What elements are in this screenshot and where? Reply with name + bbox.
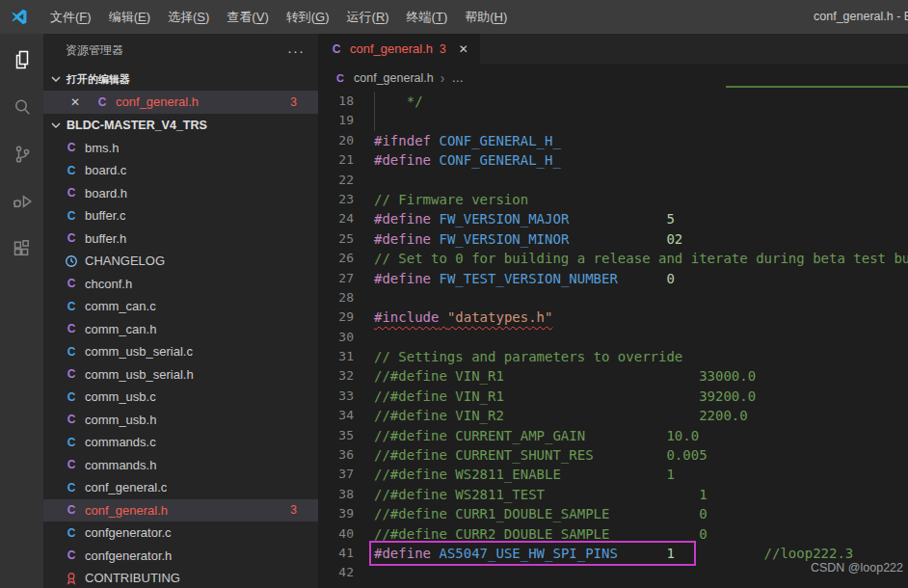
code-token: #define [374, 211, 431, 227]
tree-item-confgenerator.c[interactable]: Cconfgenerator.c [43, 521, 318, 545]
tree-item-comm_usb_serial.c[interactable]: Ccomm_usb_serial.c [43, 340, 318, 363]
menu-h[interactable]: 帮助(H) [456, 5, 516, 30]
open-editor-item-conf_general.h[interactable]: ✕Cconf_general.h3 [43, 91, 318, 114]
menu-s[interactable]: 选择(S) [159, 5, 218, 30]
close-icon[interactable]: ✕ [459, 42, 468, 56]
line-number: 31 [318, 347, 354, 366]
code-line-31[interactable]: 31// Settings and parameters to override [318, 347, 908, 366]
file-name: comm_can.h [85, 322, 156, 336]
code-line-23[interactable]: 23// Firmware version [318, 190, 908, 209]
code-token: //#define WS2811_ENABLE 1 [374, 467, 675, 482]
c-source-file-icon: C [65, 209, 78, 223]
line-number: 24 [318, 209, 354, 228]
file-name: confgenerator.h [85, 548, 172, 563]
menu-v[interactable]: 查看(V) [218, 5, 277, 30]
code-line-29[interactable]: 29#include "datatypes.h" [318, 307, 908, 327]
line-content: */ [374, 92, 423, 111]
tree-item-commands.c[interactable]: Ccommands.c [43, 431, 318, 454]
file-name: CHANGELOG [85, 254, 165, 268]
line-content: #define FW_VERSION_MINOR 02 [374, 229, 682, 249]
tree-item-CONTRIBUTING[interactable]: CONTRIBUTING [43, 567, 318, 588]
line-number: 41 [318, 544, 354, 563]
menu-r[interactable]: 运行(R) [338, 5, 398, 30]
file-name: board.c [85, 163, 126, 177]
tree-item-confgenerator.h[interactable]: Cconfgenerator.h [43, 545, 318, 568]
tree-item-comm_usb.h[interactable]: Ccomm_usb.h [43, 409, 318, 432]
tree-item-buffer.h[interactable]: Cbuffer.h [43, 227, 318, 251]
sidebar-title: 资源管理器 [66, 42, 123, 59]
code-line-36[interactable]: 36//#define CURRENT_SHUNT_RES 0.005 [318, 445, 908, 465]
code-line-39[interactable]: 39//#define CURR1_DOUBLE_SAMPLE 0 [318, 504, 908, 523]
line-number: 40 [318, 524, 354, 544]
code-line-24[interactable]: 24#define FW_VERSION_MAJOR 5 [318, 209, 908, 228]
code-line-38[interactable]: 38//#define WS2811_TEST 1 [318, 485, 908, 504]
tree-item-conf_general.h[interactable]: Cconf_general.h3 [43, 499, 318, 522]
line-number: 25 [318, 229, 354, 249]
code-line-18[interactable]: 18 */ [318, 92, 908, 111]
tree-item-buffer.c[interactable]: Cbuffer.c [43, 204, 318, 227]
activity-source-control-icon[interactable] [0, 130, 43, 177]
tree-item-chconf.h[interactable]: Cchconf.h [43, 273, 318, 296]
tree-item-CHANGELOG[interactable]: CHANGELOG [43, 250, 318, 273]
code-token: 5 [666, 211, 674, 227]
breadcrumb-ellipsis[interactable]: … [451, 71, 464, 85]
tree-item-board.h[interactable]: Cboard.h [43, 182, 318, 205]
tree-item-bms.h[interactable]: Cbms.h [43, 137, 318, 160]
activity-run-debug-icon[interactable] [0, 177, 43, 225]
code-line-19[interactable]: 19 [318, 111, 908, 130]
code-line-40[interactable]: 40//#define CURR2_DOUBLE_SAMPLE 0 [318, 524, 908, 544]
section-open-editors[interactable]: 打开的编辑器 [43, 67, 318, 91]
tree-item-comm_can.c[interactable]: Ccomm_can.c [43, 295, 318, 318]
activity-search-icon[interactable] [0, 83, 43, 130]
file-name: bms.h [85, 141, 119, 155]
section-folder-root[interactable]: BLDC-MASTER_V4_TRS [43, 114, 318, 137]
menu-t[interactable]: 终端(T) [398, 5, 457, 30]
file-name: commands.c [85, 435, 156, 449]
file-name: board.h [85, 186, 127, 200]
tree-item-conf_general.c[interactable]: Cconf_general.c [43, 476, 318, 499]
code-line-30[interactable]: 30 [318, 328, 908, 347]
c-source-file-icon: C [65, 300, 78, 313]
more-actions-icon[interactable]: ··· [287, 42, 305, 59]
code-line-28[interactable]: 28 [318, 288, 908, 307]
c-header-file-icon: C [65, 277, 78, 290]
tree-item-board.c[interactable]: Cboard.c [43, 159, 318, 182]
activity-explorer-icon[interactable] [0, 36, 43, 83]
code-line-21[interactable]: 21#define CONF_GENERAL_H_ [318, 150, 908, 170]
code-token: #define [374, 546, 431, 561]
code-line-33[interactable]: 33//#define VIN_R1 39200.0 [318, 387, 908, 406]
code-token: 02 [666, 231, 682, 247]
code-line-25[interactable]: 25#define FW_VERSION_MINOR 02 [318, 229, 908, 249]
activity-extensions-icon[interactable] [0, 225, 43, 272]
tree-item-comm_usb_serial.h[interactable]: Ccomm_usb_serial.h [43, 363, 318, 387]
line-number: 23 [318, 190, 354, 209]
line-content: //#define CURRENT_SHUNT_RES 0.005 [374, 445, 708, 465]
file-name: buffer.c [85, 208, 125, 223]
code-line-34[interactable]: 34//#define VIN_R2 2200.0 [318, 406, 908, 425]
c-header-file-icon: C [65, 322, 78, 335]
code-area[interactable]: 18 */1920#ifndef CONF_GENERAL_H_21#defin… [318, 92, 908, 583]
tree-item-comm_usb.c[interactable]: Ccomm_usb.c [43, 386, 318, 409]
tree-item-commands.h[interactable]: Ccommands.h [43, 454, 318, 477]
code-token: //#define CURR1_DOUBLE_SAMPLE 0 [374, 506, 708, 521]
file-name: comm_usb_serial.c [85, 344, 193, 359]
tab-conf-general-h[interactable]: C conf_general.h 3 ✕ [318, 34, 480, 64]
code-line-22[interactable]: 22 [318, 171, 908, 190]
c-header-file-icon: C [334, 72, 347, 84]
menu-f[interactable]: 文件(F) [41, 5, 100, 30]
menu-g[interactable]: 转到(G) [278, 5, 338, 30]
code-line-32[interactable]: 32//#define VIN_R1 33000.0 [318, 366, 908, 386]
code-line-35[interactable]: 35//#define CURRENT_AMP_GAIN 10.0 [318, 426, 908, 445]
close-icon[interactable]: ✕ [70, 95, 80, 109]
line-content: // Set to 0 for building a release and i… [374, 249, 908, 268]
code-line-37[interactable]: 37//#define WS2811_ENABLE 1 [318, 465, 908, 484]
code-line-27[interactable]: 27#define FW_TEST_VERSION_NUMBER 0 [318, 269, 908, 288]
menu-e[interactable]: 编辑(E) [100, 5, 159, 30]
line-number: 22 [318, 171, 354, 190]
code-line-20[interactable]: 20#ifndef CONF_GENERAL_H_ [318, 131, 908, 150]
c-source-file-icon: C [65, 481, 78, 494]
section-open-editors-label: 打开的编辑器 [67, 72, 130, 87]
code-line-26[interactable]: 26// Set to 0 for building a release and… [318, 249, 908, 268]
tree-item-comm_can.h[interactable]: Ccomm_can.h [43, 318, 318, 341]
c-header-file-icon: C [95, 95, 109, 109]
